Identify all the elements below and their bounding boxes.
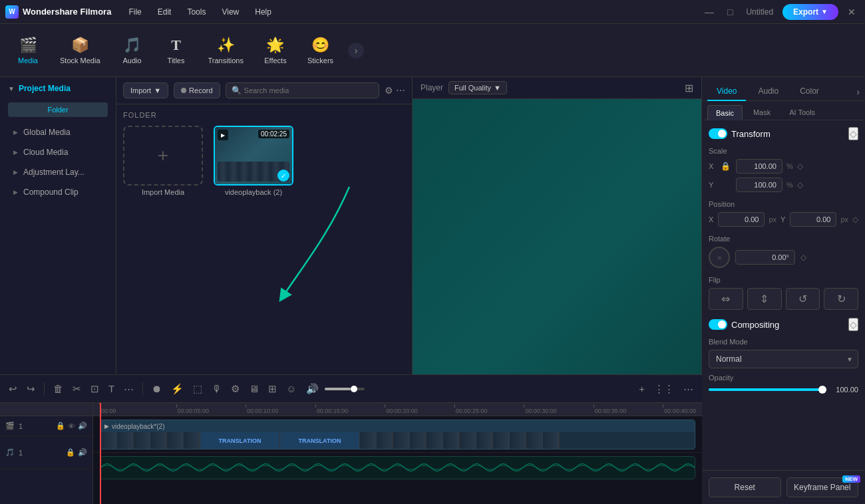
tl-redo-button[interactable]: ↪	[23, 381, 39, 397]
scale-y-input[interactable]	[736, 178, 782, 192]
playhead[interactable]	[100, 403, 101, 504]
volume-slider[interactable]	[325, 388, 365, 390]
audio-volume-button[interactable]: 🔊	[78, 448, 87, 457]
position-group: Position X px Y px ◇	[709, 200, 858, 227]
video-track: ▶ videoplayback*(2) TRANSLATION TRANSLAT…	[93, 416, 702, 453]
window-maximize-icon[interactable]: □	[723, 5, 737, 19]
audio-waveform[interactable]	[100, 456, 695, 479]
toolbar-expand-button[interactable]: ›	[348, 43, 364, 59]
filter-button[interactable]: ⚙	[385, 85, 393, 96]
tl-ai-button[interactable]: ⚙	[228, 381, 243, 397]
menu-file[interactable]: File	[122, 5, 148, 19]
rotate-cw-button[interactable]: ↻	[824, 288, 858, 310]
right-footer: Reset Keyframe Panel NEW	[702, 470, 865, 504]
tab-video[interactable]: Video	[707, 82, 746, 101]
rotate-ccw-button[interactable]: ↺	[786, 288, 820, 310]
toolbar-stock-media[interactable]: 📦 Stock Media	[52, 33, 108, 68]
toolbar-effects[interactable]: 🌟 Effects	[256, 33, 295, 68]
tl-delete-button[interactable]: 🗑	[50, 381, 67, 396]
toolbar-stickers[interactable]: 😊 Stickers	[299, 33, 341, 68]
video-thumbnail[interactable]: 00:02:25 ▶ ✓	[214, 126, 293, 186]
reset-button[interactable]: Reset	[709, 477, 781, 497]
toolbar-transitions[interactable]: ✨ Transitions	[200, 33, 252, 68]
folder-button[interactable]: Folder	[8, 102, 108, 117]
ruler-mark-7: 00:00:35:00	[594, 404, 627, 414]
video-clip[interactable]: ▶ videoplayback*(2) TRANSLATION TRANSLAT…	[100, 420, 695, 449]
position-y-input[interactable]	[790, 212, 836, 227]
record-button[interactable]: Record	[174, 82, 220, 98]
position-reset-button[interactable]: ◇	[852, 215, 858, 224]
sidebar-item-cloud-media[interactable]: ▶ Cloud Media	[0, 142, 116, 162]
scale-x-row: X 🔒 % ◇	[709, 159, 858, 174]
menu-help[interactable]: Help	[248, 5, 278, 19]
scale-x-input[interactable]	[736, 159, 782, 174]
tabs-expand-button[interactable]: ›	[856, 86, 860, 97]
preview-fullscreen-button[interactable]: ⊞	[685, 82, 693, 94]
ruler-label: 00:00:30:00	[525, 408, 557, 414]
keyframe-panel-button[interactable]: Keyframe Panel NEW	[786, 477, 859, 497]
tl-cut-button[interactable]: ✂	[69, 381, 85, 397]
rotate-cw-icon: ↻	[837, 293, 846, 305]
window-minimize-icon[interactable]: —	[701, 5, 718, 19]
tl-split-button[interactable]: ⊞	[265, 381, 280, 397]
transform-toggle[interactable]	[709, 128, 727, 139]
search-icon: 🔍	[232, 86, 242, 95]
tl-crop-button[interactable]: ⬚	[190, 381, 206, 397]
scale-label: Scale	[709, 147, 858, 155]
tl-grid-button[interactable]: ⋮⋮	[651, 381, 677, 397]
export-button[interactable]: Export ▼	[782, 4, 838, 20]
audio-lock-button[interactable]: 🔒	[66, 448, 75, 457]
import-card[interactable]: +	[123, 126, 203, 186]
menu-tools[interactable]: Tools	[180, 5, 212, 19]
flip-horizontal-button[interactable]: ⇔	[709, 288, 743, 310]
tl-volume-icon[interactable]: 🔊	[303, 381, 322, 397]
sidebar-header[interactable]: ▼ Project Media	[0, 77, 116, 100]
tl-audio-button[interactable]: 🎙	[208, 381, 225, 396]
tl-emotion-button[interactable]: ☺	[283, 381, 299, 396]
sidebar-item-global-media[interactable]: ▶ Global Media	[0, 122, 116, 142]
track-lock-button[interactable]: 🔒	[56, 422, 65, 430]
quality-select[interactable]: Full Quality ▼	[448, 81, 507, 94]
rotate-reset-button[interactable]: ◇	[800, 253, 806, 262]
compositing-toggle[interactable]	[709, 319, 727, 330]
track-audio-button[interactable]: 🔊	[78, 422, 87, 430]
tab-audio[interactable]: Audio	[749, 82, 788, 100]
tl-trim-button[interactable]: ⊡	[87, 381, 102, 397]
ruler-line	[663, 404, 663, 408]
toolbar-audio[interactable]: 🎵 Audio	[112, 33, 152, 68]
import-button[interactable]: Import ▼	[123, 82, 168, 98]
scale-x-reset-button[interactable]: ◇	[797, 162, 803, 171]
position-x-input[interactable]	[718, 212, 765, 227]
window-close-icon[interactable]: ✕	[844, 5, 860, 19]
tl-text-button[interactable]: T	[105, 381, 118, 396]
menu-view[interactable]: View	[215, 5, 246, 19]
tl-settings-button[interactable]: ⋯	[680, 381, 697, 397]
blend-mode-select[interactable]: Normal Multiply Screen Overlay	[709, 350, 858, 368]
compositing-reset-button[interactable]: ◇	[848, 318, 858, 331]
track-eye-button[interactable]: 👁	[68, 422, 75, 430]
subtab-basic[interactable]: Basic	[707, 105, 743, 120]
sidebar-item-adjustment-layer[interactable]: ▶ Adjustment Lay...	[0, 162, 116, 182]
tl-speed-button[interactable]: ⚡	[168, 381, 187, 397]
more-options-button[interactable]: ⋯	[396, 85, 405, 96]
flip-vertical-button[interactable]: ⇕	[747, 288, 782, 310]
tl-more-button[interactable]: ⋯	[120, 381, 137, 397]
menu-edit[interactable]: Edit	[151, 5, 178, 19]
tl-mark-in-button[interactable]: ⏺	[148, 381, 165, 396]
tl-undo-button[interactable]: ↩	[5, 381, 21, 397]
subtab-mask[interactable]: Mask	[745, 105, 778, 120]
sidebar-item-compound-clip[interactable]: ▶ Compound Clip	[0, 182, 116, 202]
subtab-ai-tools[interactable]: AI Tools	[781, 105, 823, 120]
transform-reset-button[interactable]: ◇	[848, 127, 858, 140]
toolbar-titles[interactable]: T Titles	[156, 33, 196, 68]
opacity-input[interactable]	[832, 386, 858, 394]
rotate-dial[interactable]: ○	[709, 247, 730, 268]
opacity-slider[interactable]	[709, 388, 826, 391]
search-input[interactable]	[244, 86, 373, 94]
rotate-input[interactable]	[735, 250, 795, 265]
tl-add-button[interactable]: +	[635, 381, 648, 396]
toolbar-media[interactable]: 🎬 Media	[8, 33, 48, 68]
tl-screen-record-button[interactable]: 🖥	[246, 381, 262, 396]
tab-color[interactable]: Color	[790, 82, 828, 100]
scale-y-reset-button[interactable]: ◇	[797, 180, 803, 189]
